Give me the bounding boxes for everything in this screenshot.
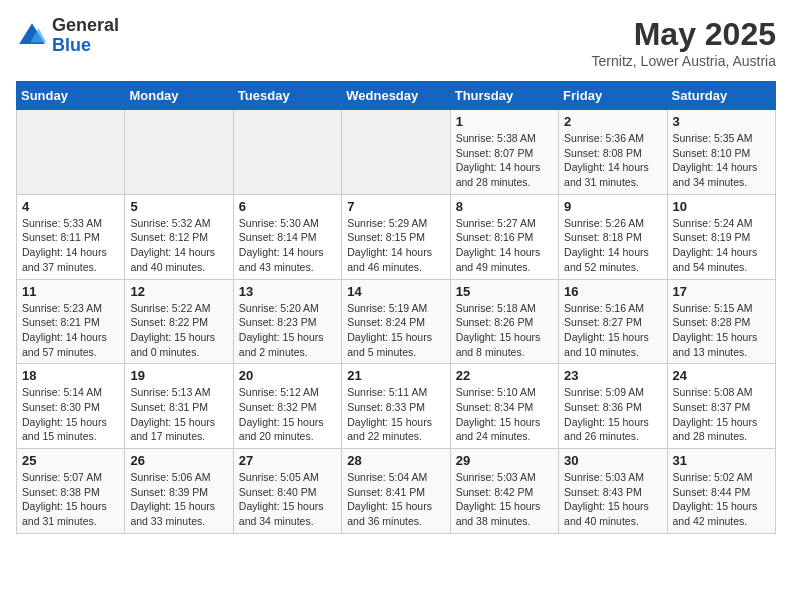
- day-number: 10: [673, 199, 770, 214]
- weekday-header: Monday: [125, 82, 233, 110]
- day-info: Sunrise: 5:18 AM Sunset: 8:26 PM Dayligh…: [456, 301, 553, 360]
- day-cell: 13Sunrise: 5:20 AM Sunset: 8:23 PM Dayli…: [233, 279, 341, 364]
- day-info: Sunrise: 5:33 AM Sunset: 8:11 PM Dayligh…: [22, 216, 119, 275]
- day-info: Sunrise: 5:04 AM Sunset: 8:41 PM Dayligh…: [347, 470, 444, 529]
- day-number: 28: [347, 453, 444, 468]
- day-cell: 26Sunrise: 5:06 AM Sunset: 8:39 PM Dayli…: [125, 449, 233, 534]
- day-number: 26: [130, 453, 227, 468]
- day-cell: 14Sunrise: 5:19 AM Sunset: 8:24 PM Dayli…: [342, 279, 450, 364]
- day-number: 11: [22, 284, 119, 299]
- day-number: 18: [22, 368, 119, 383]
- day-cell: 12Sunrise: 5:22 AM Sunset: 8:22 PM Dayli…: [125, 279, 233, 364]
- day-info: Sunrise: 5:09 AM Sunset: 8:36 PM Dayligh…: [564, 385, 661, 444]
- day-info: Sunrise: 5:29 AM Sunset: 8:15 PM Dayligh…: [347, 216, 444, 275]
- day-info: Sunrise: 5:02 AM Sunset: 8:44 PM Dayligh…: [673, 470, 770, 529]
- day-cell: [125, 110, 233, 195]
- logo-general: General: [52, 16, 119, 36]
- location: Ternitz, Lower Austria, Austria: [592, 53, 776, 69]
- day-info: Sunrise: 5:11 AM Sunset: 8:33 PM Dayligh…: [347, 385, 444, 444]
- day-number: 19: [130, 368, 227, 383]
- day-number: 25: [22, 453, 119, 468]
- day-cell: 11Sunrise: 5:23 AM Sunset: 8:21 PM Dayli…: [17, 279, 125, 364]
- month-year: May 2025: [592, 16, 776, 53]
- day-info: Sunrise: 5:19 AM Sunset: 8:24 PM Dayligh…: [347, 301, 444, 360]
- day-info: Sunrise: 5:27 AM Sunset: 8:16 PM Dayligh…: [456, 216, 553, 275]
- day-number: 15: [456, 284, 553, 299]
- day-number: 6: [239, 199, 336, 214]
- day-cell: 24Sunrise: 5:08 AM Sunset: 8:37 PM Dayli…: [667, 364, 775, 449]
- day-number: 27: [239, 453, 336, 468]
- day-number: 4: [22, 199, 119, 214]
- day-cell: 29Sunrise: 5:03 AM Sunset: 8:42 PM Dayli…: [450, 449, 558, 534]
- day-cell: 21Sunrise: 5:11 AM Sunset: 8:33 PM Dayli…: [342, 364, 450, 449]
- day-cell: 27Sunrise: 5:05 AM Sunset: 8:40 PM Dayli…: [233, 449, 341, 534]
- day-number: 8: [456, 199, 553, 214]
- day-cell: 17Sunrise: 5:15 AM Sunset: 8:28 PM Dayli…: [667, 279, 775, 364]
- day-cell: 25Sunrise: 5:07 AM Sunset: 8:38 PM Dayli…: [17, 449, 125, 534]
- week-row: 4Sunrise: 5:33 AM Sunset: 8:11 PM Daylig…: [17, 194, 776, 279]
- day-cell: 6Sunrise: 5:30 AM Sunset: 8:14 PM Daylig…: [233, 194, 341, 279]
- day-cell: 9Sunrise: 5:26 AM Sunset: 8:18 PM Daylig…: [559, 194, 667, 279]
- day-cell: 30Sunrise: 5:03 AM Sunset: 8:43 PM Dayli…: [559, 449, 667, 534]
- day-cell: 28Sunrise: 5:04 AM Sunset: 8:41 PM Dayli…: [342, 449, 450, 534]
- day-info: Sunrise: 5:13 AM Sunset: 8:31 PM Dayligh…: [130, 385, 227, 444]
- day-info: Sunrise: 5:15 AM Sunset: 8:28 PM Dayligh…: [673, 301, 770, 360]
- day-info: Sunrise: 5:08 AM Sunset: 8:37 PM Dayligh…: [673, 385, 770, 444]
- day-number: 24: [673, 368, 770, 383]
- day-cell: 1Sunrise: 5:38 AM Sunset: 8:07 PM Daylig…: [450, 110, 558, 195]
- day-info: Sunrise: 5:24 AM Sunset: 8:19 PM Dayligh…: [673, 216, 770, 275]
- day-number: 3: [673, 114, 770, 129]
- day-number: 9: [564, 199, 661, 214]
- day-info: Sunrise: 5:36 AM Sunset: 8:08 PM Dayligh…: [564, 131, 661, 190]
- day-info: Sunrise: 5:35 AM Sunset: 8:10 PM Dayligh…: [673, 131, 770, 190]
- weekday-header: Friday: [559, 82, 667, 110]
- day-info: Sunrise: 5:23 AM Sunset: 8:21 PM Dayligh…: [22, 301, 119, 360]
- day-info: Sunrise: 5:38 AM Sunset: 8:07 PM Dayligh…: [456, 131, 553, 190]
- weekday-header: Saturday: [667, 82, 775, 110]
- day-info: Sunrise: 5:20 AM Sunset: 8:23 PM Dayligh…: [239, 301, 336, 360]
- weekday-header: Thursday: [450, 82, 558, 110]
- day-cell: 19Sunrise: 5:13 AM Sunset: 8:31 PM Dayli…: [125, 364, 233, 449]
- day-number: 7: [347, 199, 444, 214]
- day-info: Sunrise: 5:14 AM Sunset: 8:30 PM Dayligh…: [22, 385, 119, 444]
- week-row: 1Sunrise: 5:38 AM Sunset: 8:07 PM Daylig…: [17, 110, 776, 195]
- day-number: 13: [239, 284, 336, 299]
- day-info: Sunrise: 5:16 AM Sunset: 8:27 PM Dayligh…: [564, 301, 661, 360]
- day-cell: 22Sunrise: 5:10 AM Sunset: 8:34 PM Dayli…: [450, 364, 558, 449]
- day-cell: 10Sunrise: 5:24 AM Sunset: 8:19 PM Dayli…: [667, 194, 775, 279]
- day-cell: 7Sunrise: 5:29 AM Sunset: 8:15 PM Daylig…: [342, 194, 450, 279]
- day-number: 14: [347, 284, 444, 299]
- day-info: Sunrise: 5:03 AM Sunset: 8:43 PM Dayligh…: [564, 470, 661, 529]
- day-cell: 2Sunrise: 5:36 AM Sunset: 8:08 PM Daylig…: [559, 110, 667, 195]
- week-row: 11Sunrise: 5:23 AM Sunset: 8:21 PM Dayli…: [17, 279, 776, 364]
- day-cell: 4Sunrise: 5:33 AM Sunset: 8:11 PM Daylig…: [17, 194, 125, 279]
- day-number: 1: [456, 114, 553, 129]
- day-cell: 3Sunrise: 5:35 AM Sunset: 8:10 PM Daylig…: [667, 110, 775, 195]
- day-number: 20: [239, 368, 336, 383]
- weekday-header: Wednesday: [342, 82, 450, 110]
- logo-blue: Blue: [52, 36, 119, 56]
- day-number: 5: [130, 199, 227, 214]
- day-cell: 23Sunrise: 5:09 AM Sunset: 8:36 PM Dayli…: [559, 364, 667, 449]
- weekday-header: Tuesday: [233, 82, 341, 110]
- day-info: Sunrise: 5:12 AM Sunset: 8:32 PM Dayligh…: [239, 385, 336, 444]
- day-info: Sunrise: 5:30 AM Sunset: 8:14 PM Dayligh…: [239, 216, 336, 275]
- day-number: 2: [564, 114, 661, 129]
- day-info: Sunrise: 5:06 AM Sunset: 8:39 PM Dayligh…: [130, 470, 227, 529]
- day-cell: [233, 110, 341, 195]
- day-info: Sunrise: 5:10 AM Sunset: 8:34 PM Dayligh…: [456, 385, 553, 444]
- day-number: 23: [564, 368, 661, 383]
- day-cell: 18Sunrise: 5:14 AM Sunset: 8:30 PM Dayli…: [17, 364, 125, 449]
- day-cell: 15Sunrise: 5:18 AM Sunset: 8:26 PM Dayli…: [450, 279, 558, 364]
- day-cell: 31Sunrise: 5:02 AM Sunset: 8:44 PM Dayli…: [667, 449, 775, 534]
- day-cell: [342, 110, 450, 195]
- day-number: 12: [130, 284, 227, 299]
- logo-text: General Blue: [52, 16, 119, 56]
- calendar: SundayMondayTuesdayWednesdayThursdayFrid…: [16, 81, 776, 534]
- day-info: Sunrise: 5:26 AM Sunset: 8:18 PM Dayligh…: [564, 216, 661, 275]
- weekday-header: Sunday: [17, 82, 125, 110]
- day-number: 31: [673, 453, 770, 468]
- day-info: Sunrise: 5:07 AM Sunset: 8:38 PM Dayligh…: [22, 470, 119, 529]
- logo-icon: [16, 20, 48, 52]
- day-number: 30: [564, 453, 661, 468]
